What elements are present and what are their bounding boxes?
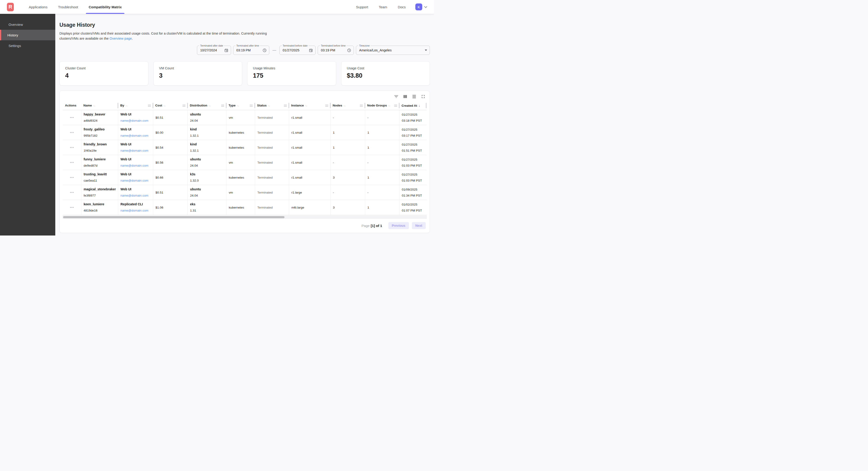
scrollbar-thumb[interactable] <box>63 216 284 218</box>
sort-icon[interactable]: ↑↓ <box>163 104 165 107</box>
table-row: friendly_brown1f40a19e Web UIname@domain… <box>63 140 427 155</box>
overview-page-link[interactable]: Overview page <box>110 37 132 40</box>
status-cell: Terminated <box>255 155 289 170</box>
distribution-cell: ubuntu24.04 <box>187 110 226 125</box>
row-actions-button[interactable] <box>65 127 79 138</box>
column-header-status[interactable]: Status↑↓ <box>255 101 289 110</box>
terminated-after-time-input[interactable]: Terminated after time 03:19 PM <box>233 46 269 55</box>
sidebar-item-overview[interactable]: Overview <box>0 19 55 30</box>
column-menu-icon[interactable] <box>360 105 363 107</box>
sort-icon[interactable]: ↑↓ <box>388 104 390 107</box>
previous-page-button[interactable]: Previous <box>389 222 409 229</box>
row-actions-button[interactable] <box>65 142 79 153</box>
user-menu[interactable]: K <box>415 3 428 10</box>
next-page-button[interactable]: Next <box>412 222 426 229</box>
email-link[interactable]: name@domain.com <box>121 119 151 123</box>
column-menu-icon[interactable] <box>250 105 253 107</box>
row-actions-button[interactable] <box>65 187 79 198</box>
column-header-created-at[interactable]: Created At↓ <box>399 101 427 110</box>
filter-value: 03:19 PM <box>236 49 260 52</box>
fullscreen-icon[interactable] <box>421 94 426 99</box>
row-actions-button[interactable] <box>65 157 79 168</box>
email-link[interactable]: name@domain.com <box>121 179 151 183</box>
sort-icon[interactable]: ↑↓ <box>93 104 95 107</box>
column-menu-icon[interactable] <box>221 105 224 107</box>
instance-cell: r1.small <box>289 125 330 140</box>
page-label: Page <box>362 224 370 228</box>
type-cell: kubernetes <box>226 200 255 215</box>
terminated-before-time-input[interactable]: Terminated before time 03:19 PM <box>318 46 354 55</box>
name-cell: friendly_brown1f40a19e <box>81 140 118 155</box>
name-cell: frosty_galileo995b7182 <box>81 125 118 140</box>
sort-icon[interactable]: ↑↓ <box>237 104 239 107</box>
nav-link-support[interactable]: Support <box>356 5 368 9</box>
tab-applications[interactable]: Applications <box>24 0 53 14</box>
name-cell: funny_lumierede9ed87d <box>81 155 118 170</box>
sort-icon[interactable]: ↑↓ <box>305 104 307 107</box>
name-cell: keen_lumiere4819de16 <box>81 200 118 215</box>
sidebar-item-settings[interactable]: Settings <box>0 40 55 51</box>
clock-icon[interactable] <box>347 49 351 52</box>
filter-icon[interactable] <box>394 94 399 99</box>
column-header-instance[interactable]: Instance↑↓ <box>289 101 330 110</box>
column-header-cost[interactable]: Cost↑↓ <box>153 101 187 110</box>
name-cell: trusting_leavittcae5ea11 <box>81 170 118 185</box>
sort-icon[interactable]: ↑↓ <box>343 104 345 107</box>
stat-value: 3 <box>159 72 237 79</box>
row-actions-button[interactable] <box>65 112 79 123</box>
calendar-icon[interactable] <box>224 49 228 52</box>
column-menu-icon[interactable] <box>148 105 151 107</box>
nav-link-team[interactable]: Team <box>379 5 387 9</box>
name-cell: magical_stonebrakerfe3f8977 <box>81 185 118 200</box>
tab-troubleshoot[interactable]: Troubleshoot <box>53 0 83 14</box>
sidebar-item-history[interactable]: History <box>0 30 55 40</box>
horizontal-scrollbar[interactable] <box>63 215 427 219</box>
row-actions-button[interactable] <box>65 202 79 213</box>
sort-icon[interactable]: ↑↓ <box>268 104 270 107</box>
terminated-after-date-input[interactable]: Terminated after date 10/27/2024 <box>197 46 231 55</box>
email-link[interactable]: name@domain.com <box>121 134 151 138</box>
column-menu-icon[interactable] <box>182 105 185 107</box>
cost-cell: $0.54 <box>153 140 187 155</box>
sort-icon[interactable]: ↑↓ <box>209 104 211 107</box>
density-icon[interactable] <box>412 94 417 99</box>
column-menu-icon[interactable] <box>325 105 328 107</box>
distribution-cell: ubuntu24.04 <box>187 185 226 200</box>
clock-icon[interactable] <box>262 49 267 52</box>
sort-descending-icon[interactable]: ↓ <box>418 104 421 107</box>
table-header-row: Actions Name↑↓ By↑↓ Cost↑↓ Distribution↑… <box>63 101 427 110</box>
email-link[interactable]: name@domain.com <box>121 209 151 213</box>
column-menu-icon[interactable] <box>394 105 397 107</box>
timezone-select[interactable]: Timezone America/Los_Angeles <box>356 46 430 55</box>
date-range-separator: — <box>273 48 276 52</box>
cost-cell: $0.51 <box>153 185 187 200</box>
dropdown-caret-icon[interactable] <box>425 50 427 51</box>
node-groups-cell: - <box>365 155 399 170</box>
column-header-by[interactable]: By↑↓ <box>118 101 153 110</box>
sort-icon[interactable]: ↑↓ <box>125 104 127 107</box>
column-header-distribution[interactable]: Distribution↑↓ <box>187 101 226 110</box>
cost-cell: $1.06 <box>153 200 187 215</box>
stat-label: Usage Minutes <box>253 66 330 70</box>
created-at-cell: 01/02/202501:07 PM PST <box>399 200 427 215</box>
email-link[interactable]: name@domain.com <box>121 194 151 198</box>
replicated-logo[interactable]: R <box>7 3 14 11</box>
stat-cards-row: Cluster Count 4 VM Count 3 Usage Minutes… <box>59 61 430 86</box>
email-link[interactable]: name@domain.com <box>121 164 151 168</box>
terminated-before-date-input[interactable]: Terminated before date 01/27/2025 <box>279 46 316 55</box>
tab-compatibility-matrix[interactable]: Compatibility Matrix <box>83 0 127 14</box>
column-header-type[interactable]: Type↑↓ <box>226 101 255 110</box>
row-actions-button[interactable] <box>65 172 79 183</box>
user-avatar[interactable]: K <box>415 3 422 10</box>
nav-link-docs[interactable]: Docs <box>398 5 406 9</box>
calendar-icon[interactable] <box>309 49 313 52</box>
column-header-name[interactable]: Name↑↓ <box>81 101 118 110</box>
status-cell: Terminated <box>255 170 289 185</box>
column-header-nodes[interactable]: Nodes↑↓ <box>330 101 365 110</box>
column-header-node-groups[interactable]: Node Groups↑↓ <box>365 101 399 110</box>
column-menu-icon[interactable] <box>284 105 287 107</box>
show-columns-icon[interactable] <box>403 94 408 99</box>
table-row: trusting_leavittcae5ea11 Web UIname@doma… <box>63 170 427 185</box>
type-cell: vm <box>226 185 255 200</box>
email-link[interactable]: name@domain.com <box>121 149 151 153</box>
